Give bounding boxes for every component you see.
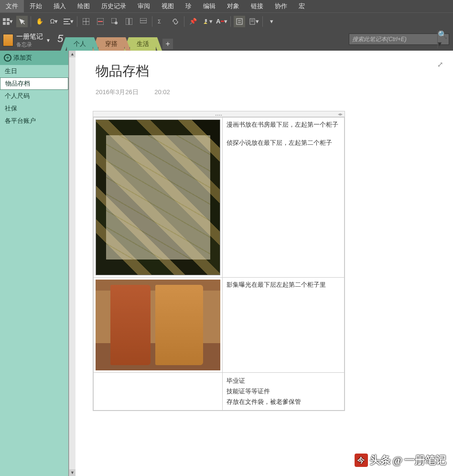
page-list: 生日 物品存档 个人尺码 社保 各平台账户 (0, 65, 68, 476)
link-icon[interactable] (170, 16, 181, 27)
watermark-name: 一册笔记 (404, 453, 446, 467)
table-split-icon[interactable] (123, 16, 135, 27)
expand-icon[interactable]: ⤢ (437, 60, 443, 69)
note-line: 影集曝光在最下层左起第二个柜子里 (226, 281, 340, 289)
text-cell-2[interactable]: 影集曝光在最下层左起第二个柜子里 (223, 278, 345, 373)
menu-home[interactable]: 开始 (24, 0, 48, 12)
menu-history[interactable]: 历史记录 (96, 0, 132, 12)
pin-icon[interactable]: 📌 (187, 16, 199, 27)
drag-handle-icon[interactable]: •••• (215, 113, 222, 117)
grid-icon[interactable]: ▾ (2, 16, 13, 27)
menu-object[interactable]: 对象 (221, 0, 245, 12)
formula-icon[interactable]: Σ (155, 16, 167, 27)
note-line: 漫画书放在书房最下层，左起第一个柜子 (226, 120, 340, 129)
page-item-social[interactable]: 社保 (0, 102, 68, 115)
menu-link[interactable]: 链接 (245, 0, 269, 12)
note-line: 侦探小说放在最下层，左起第二个柜子 (226, 139, 340, 147)
page-date: 2016年3月26日 (96, 88, 139, 96)
image-cell-1[interactable] (94, 118, 223, 278)
tab-add-button[interactable]: + (162, 39, 173, 49)
sidebar-scrollbar[interactable]: ▲ ▼ (69, 51, 76, 476)
tab-outfit[interactable]: 穿搭 (98, 37, 124, 51)
text-select-icon[interactable]: A (16, 16, 28, 27)
menu-view[interactable]: 视图 (156, 0, 180, 12)
page-item-birthday[interactable]: 生日 (0, 65, 68, 77)
svg-rect-20 (205, 19, 207, 22)
menu-zhen[interactable]: 珍 (180, 0, 197, 12)
plus-circle-icon: + (4, 54, 11, 62)
menu-review[interactable]: 审阅 (132, 0, 156, 12)
dropdown-icon[interactable]: ▾ (266, 16, 277, 27)
content-table: 漫画书放在书房最下层，左起第一个柜子 侦探小说放在最下层，左起第二个柜子 影集曝… (93, 117, 345, 411)
photo-album-image (96, 280, 220, 370)
frame-header[interactable]: •••• ◂▸ (93, 111, 345, 117)
table-props-icon[interactable] (109, 16, 120, 27)
svg-rect-0 (3, 18, 6, 21)
page-item-archive[interactable]: 物品存档 (0, 77, 68, 90)
svg-rect-15 (126, 18, 129, 25)
scroll-up-icon[interactable]: ▲ (69, 51, 76, 57)
manga-books-image (96, 119, 220, 275)
menu-edit[interactable]: 编辑 (197, 0, 221, 12)
sidebar: + 添加页 生日 物品存档 个人尺码 社保 各平台账户 (0, 51, 69, 476)
search-icon[interactable]: 🔍▾ (437, 30, 449, 48)
toolbar: ▾ A ✋ Ω▾ ▾ Σ 📌 ▾ A▾ ▾ ▾ (0, 12, 453, 30)
page-time: 20:02 (154, 88, 170, 96)
watermark-icon: 今 (355, 454, 368, 467)
hand-icon[interactable]: ✋ (34, 16, 45, 27)
table-icon[interactable] (80, 16, 92, 27)
note-line: 毕业证 (226, 376, 340, 386)
page-item-accounts[interactable]: 各平台账户 (0, 115, 68, 127)
font-color-icon[interactable]: A▾ (216, 16, 227, 27)
scroll-down-icon[interactable]: ▼ (69, 469, 76, 476)
menu-collab[interactable]: 协作 (269, 0, 293, 12)
note-line: 存放在文件袋，被老爹保管 (226, 397, 340, 407)
content-frame[interactable]: •••• ◂▸ 漫画书放在书房最下层，左起第一个柜子 侦探小说放在最下层，左起第… (93, 111, 345, 411)
svg-rect-16 (129, 18, 132, 25)
align-icon[interactable]: ▾ (63, 16, 74, 27)
svg-point-14 (115, 22, 118, 24)
table-row: 漫画书放在书房最下层，左起第一个柜子 侦探小说放在最下层，左起第二个柜子 (94, 118, 345, 278)
table-row: 毕业证 技能证等等证件 存放在文件袋，被老爹保管 (94, 373, 345, 411)
image-cell-2[interactable] (94, 278, 223, 373)
add-page-button[interactable]: + 添加页 (0, 51, 68, 65)
tab-personal[interactable]: 个人 (67, 37, 93, 51)
svg-rect-1 (7, 18, 10, 21)
page-title[interactable]: 物品存档 (93, 62, 436, 80)
notebook-subtitle: 备忘录 (16, 41, 43, 48)
svg-rect-2 (3, 22, 6, 25)
menu-insert[interactable]: 插入 (48, 0, 72, 12)
svg-text:A: A (21, 19, 23, 22)
menu-macro[interactable]: 宏 (293, 0, 311, 12)
svg-rect-21 (237, 19, 242, 24)
highlighter-icon[interactable]: ▾ (202, 16, 213, 27)
menu-file[interactable]: 文件 (0, 0, 24, 12)
delete-row-icon[interactable] (95, 16, 106, 27)
editor-area[interactable]: ⤢ 物品存档 2016年3月26日 20:02 •••• ◂▸ 漫画书放在书房最… (76, 51, 453, 476)
omega-icon[interactable]: Ω▾ (48, 16, 60, 27)
page-item-size[interactable]: 个人尺码 (0, 90, 68, 102)
watermark-prefix: 头条 (370, 453, 391, 467)
chevron-down-icon: ▼ (46, 38, 51, 43)
tab-life[interactable]: 生活 (130, 37, 156, 51)
image-cell-3[interactable] (94, 373, 223, 411)
menu-draw[interactable]: 绘图 (72, 0, 96, 12)
tab-row: 一册笔记 备忘录 ▼ 5 个人 穿搭 生活 + 🔍▾ (0, 30, 453, 51)
svg-rect-3 (7, 22, 10, 25)
notebook-icon (3, 34, 13, 46)
search-input[interactable] (349, 36, 437, 43)
resize-icon[interactable]: ◂▸ (338, 111, 343, 117)
notebook-selector[interactable]: 一册笔记 备忘录 ▼ (0, 30, 56, 51)
menu-bar: 文件 开始 插入 绘图 历史记录 审阅 视图 珍 编辑 对象 链接 协作 宏 (0, 0, 453, 12)
table-merge-icon[interactable] (138, 16, 149, 27)
notebook-title: 一册笔记 (16, 32, 43, 41)
text-cell-3[interactable]: 毕业证 技能证等等证件 存放在文件袋，被老爹保管 (223, 373, 345, 411)
watermark-at: @ (393, 454, 402, 466)
note-line: 技能证等等证件 (226, 386, 340, 397)
box-icon[interactable] (234, 16, 245, 27)
doc-icon[interactable]: ▾ (248, 16, 259, 27)
text-cell-1[interactable]: 漫画书放在书房最下层，左起第一个柜子 侦探小说放在最下层，左起第二个柜子 (223, 118, 345, 278)
workspace: + 添加页 生日 物品存档 个人尺码 社保 各平台账户 ▲ ▼ ⤢ 物品存档 2… (0, 51, 453, 476)
svg-text:Σ: Σ (158, 19, 161, 24)
notebook-badge: 5 (57, 32, 63, 45)
